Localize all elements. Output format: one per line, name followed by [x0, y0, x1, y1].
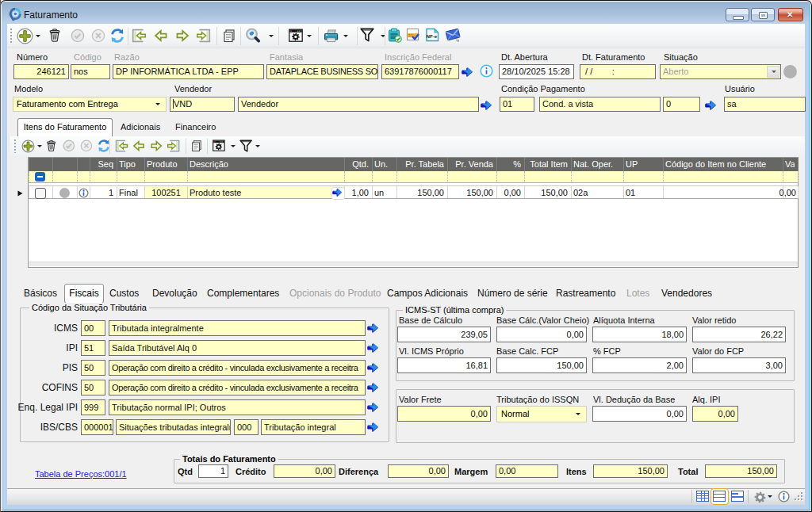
svg-text:NF-e: NF-e — [427, 33, 438, 39]
